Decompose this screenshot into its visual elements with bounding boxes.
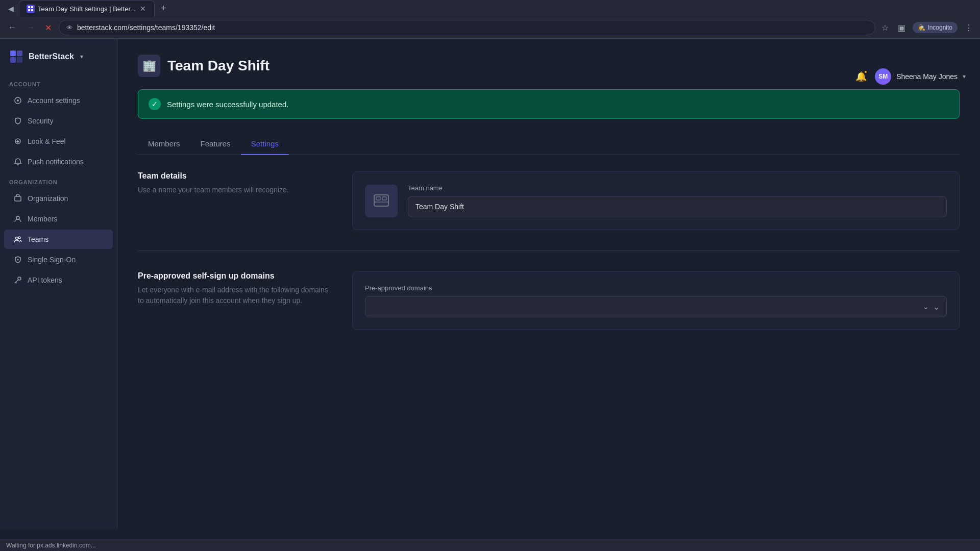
reload-button[interactable]: ✕ — [42, 21, 55, 35]
address-bar[interactable]: 👁 betterstack.com/settings/teams/193352/… — [59, 20, 875, 35]
notifications-button[interactable]: 🔔 — [855, 71, 867, 82]
incognito-label: Incognito — [927, 24, 952, 31]
svg-point-9 — [17, 99, 19, 102]
domains-select-wrapper: ⌄ — [365, 296, 947, 317]
domains-select[interactable]: ⌄ — [365, 296, 947, 317]
pre-approved-section: Pre-approved self-sign up domains Let ev… — [138, 271, 960, 330]
svg-rect-19 — [382, 197, 386, 200]
sidebar-item-push-notifications[interactable]: Push notifications — [4, 152, 113, 171]
pre-approved-description: Pre-approved self-sign up domains Let ev… — [138, 271, 332, 330]
domains-chevron-icon: ⌄ — [923, 303, 939, 311]
team-details-description: Team details Use a name your team member… — [138, 171, 332, 230]
sidebar-item-organization-label: Organization — [28, 194, 68, 203]
sidebar-item-look-feel[interactable]: Look & Feel — [4, 132, 113, 151]
sidebar-item-organization[interactable]: Organization — [4, 189, 113, 208]
push-notifications-icon — [13, 157, 22, 166]
incognito-icon: 🕵 — [918, 24, 925, 31]
sidebar-item-account-settings[interactable]: Account settings — [4, 91, 113, 110]
success-banner: ✓ Settings were successfully updated. — [138, 89, 960, 119]
svg-point-14 — [18, 237, 20, 239]
main-content: 🔔 SM Sheena May Jones ▾ 🏢 Team Day Shift… — [117, 39, 980, 529]
tab-close-button[interactable]: ✕ — [139, 5, 147, 13]
team-details-section: Team details Use a name your team member… — [138, 171, 960, 251]
tab-settings[interactable]: Settings — [241, 133, 289, 155]
page-title-icon: 🏢 — [138, 55, 160, 77]
new-tab-button[interactable]: + — [157, 1, 170, 16]
sidebar-item-teams-label: Teams — [28, 235, 48, 243]
svg-rect-5 — [17, 51, 22, 56]
team-name-input[interactable] — [408, 196, 947, 217]
tab-back-btn[interactable]: ◀ — [5, 3, 17, 15]
forward-button[interactable]: → — [23, 21, 38, 34]
tab-title: Team Day Shift settings | Better... — [38, 5, 136, 13]
team-name-label: Team name — [408, 184, 947, 192]
svg-rect-3 — [31, 9, 33, 11]
success-message: Settings were successfully updated. — [167, 100, 288, 109]
sidebar-item-members[interactable]: Members — [4, 209, 113, 229]
account-settings-icon — [13, 96, 22, 105]
team-avatar[interactable] — [365, 185, 398, 217]
account-section-label: ACCOUNT — [0, 74, 117, 90]
bookmark-button[interactable]: ☆ — [879, 21, 891, 35]
org-section-label: ORGANIZATION — [0, 172, 117, 188]
tab-members[interactable]: Members — [138, 133, 190, 155]
sidebar-item-single-sign-on[interactable]: Single Sign-On — [4, 250, 113, 269]
sidebar-item-api-tokens-label: API tokens — [28, 276, 62, 284]
tab-favicon — [27, 5, 35, 13]
look-feel-icon — [13, 137, 22, 146]
top-header: 🔔 SM Sheena May Jones ▾ — [841, 61, 980, 92]
tab-features[interactable]: Features — [190, 133, 241, 155]
back-button[interactable]: ← — [5, 21, 19, 34]
user-chevron-icon: ▾ — [963, 73, 966, 80]
status-bar: Waiting for px.ads.linkedin.com... — [0, 539, 980, 551]
address-text: betterstack.com/settings/teams/193352/ed… — [77, 23, 215, 32]
svg-rect-17 — [374, 195, 388, 206]
brand-logo-icon — [9, 49, 23, 64]
sidebar-item-push-notifications-label: Push notifications — [28, 158, 84, 166]
address-bar-row: ← → ✕ 👁 betterstack.com/settings/teams/1… — [0, 17, 980, 39]
browser-actions: ☆ ▣ 🕵 Incognito ⋮ — [879, 21, 975, 35]
svg-rect-4 — [10, 51, 16, 56]
sidebar-item-single-sign-on-label: Single Sign-On — [28, 256, 76, 264]
user-name: Sheena May Jones — [896, 72, 958, 81]
address-lock-icon: 👁 — [66, 24, 73, 32]
svg-rect-7 — [17, 57, 22, 63]
app-container: BetterStack ▾ ACCOUNT Account settings S… — [0, 39, 980, 529]
sidebar-item-api-tokens[interactable]: API tokens — [4, 270, 113, 290]
incognito-badge: 🕵 Incognito — [913, 22, 958, 33]
browser-chrome: ◀ Team Day Shift settings | Better... ✕ … — [0, 0, 980, 39]
api-tokens-icon — [13, 276, 22, 285]
menu-button[interactable]: ⋮ — [963, 21, 975, 35]
svg-point-13 — [16, 237, 18, 240]
sidebar-brand[interactable]: BetterStack ▾ — [0, 39, 117, 74]
team-details-content: Team name — [352, 171, 960, 230]
svg-rect-1 — [31, 6, 33, 8]
sidebar-item-look-feel-label: Look & Feel — [28, 137, 66, 145]
tabs-bar: Members Features Settings — [138, 133, 960, 155]
sidebar-item-account-settings-label: Account settings — [28, 96, 80, 105]
brand-name: BetterStack — [29, 52, 74, 61]
team-details-desc: Use a name your team members will recogn… — [138, 185, 332, 195]
svg-point-12 — [16, 216, 19, 219]
single-sign-on-icon — [13, 255, 22, 264]
sidebar-toggle-button[interactable]: ▣ — [896, 21, 908, 35]
sidebar-item-security[interactable]: Security — [4, 111, 113, 131]
user-profile-button[interactable]: SM Sheena May Jones ▾ — [875, 68, 966, 85]
svg-rect-11 — [15, 196, 21, 201]
svg-rect-6 — [10, 57, 16, 63]
svg-point-15 — [17, 259, 19, 261]
page-title: Team Day Shift — [167, 58, 270, 74]
notification-dot — [864, 70, 868, 74]
svg-rect-18 — [376, 197, 380, 200]
sidebar-item-members-label: Members — [28, 215, 57, 223]
active-tab[interactable]: Team Day Shift settings | Better... ✕ — [19, 0, 155, 17]
sidebar-item-security-label: Security — [28, 117, 54, 125]
members-icon — [13, 214, 22, 223]
svg-rect-0 — [28, 6, 30, 8]
pre-approved-title: Pre-approved self-sign up domains — [138, 271, 332, 281]
status-text: Waiting for px.ads.linkedin.com... — [6, 542, 96, 549]
pre-approved-desc: Let everyone with e-mail address with th… — [138, 285, 332, 306]
teams-icon — [13, 235, 22, 244]
sidebar-item-teams[interactable]: Teams — [4, 230, 113, 249]
sidebar: BetterStack ▾ ACCOUNT Account settings S… — [0, 39, 117, 529]
